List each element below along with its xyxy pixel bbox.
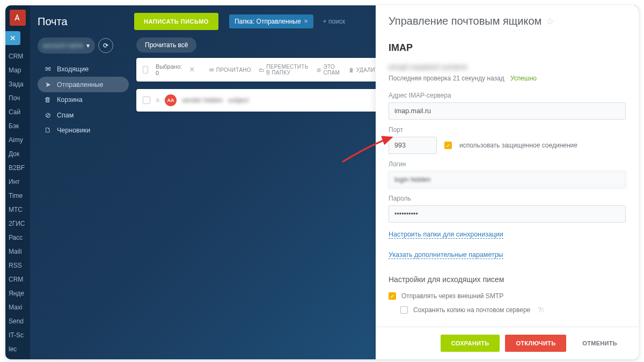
rail-item[interactable]: Док — [5, 147, 30, 161]
outgoing-heading: Настройки для исходящих писем — [389, 275, 626, 284]
login-input[interactable] — [389, 171, 626, 188]
port-input[interactable] — [389, 137, 437, 154]
panel-title: Управление почтовым ящиком — [389, 15, 541, 27]
section-heading: IMAP — [389, 42, 626, 54]
secure-connection-label: использовать защищенное соединение — [459, 142, 577, 149]
folder-icon: 🗀 — [259, 67, 264, 73]
rail-item[interactable]: CRM — [5, 49, 30, 63]
help-icon[interactable]: ?⃝ — [538, 306, 544, 314]
rail-item[interactable]: МТС — [5, 203, 30, 217]
folder-item[interactable]: ➤Отправленные — [38, 77, 129, 92]
compose-button[interactable]: НАПИСАТЬ ПИСЬМО — [134, 13, 218, 30]
folder-item[interactable]: ⊘Спам — [38, 107, 129, 123]
rail-item[interactable]: Янде — [5, 286, 30, 300]
rail-item[interactable]: RSS — [5, 258, 30, 272]
drag-handle-icon[interactable]: ≡ — [156, 97, 159, 104]
server-label: Адрес IMAP-сервера — [389, 92, 626, 99]
rail-collapse-button[interactable]: ✕ — [5, 31, 20, 45]
rail-item[interactable]: Бэк — [5, 119, 30, 133]
folder-icon: 🗑 — [44, 96, 52, 104]
rail-item[interactable]: Maxi — [5, 300, 30, 314]
folder-icon: ⊘ — [44, 111, 52, 119]
password-input[interactable] — [389, 205, 626, 223]
rail-item[interactable]: Aimy — [5, 133, 30, 147]
rail-item[interactable]: IT-Sc — [5, 328, 30, 342]
mailbox-email-masked: email masked content — [389, 62, 626, 71]
rail-item[interactable]: Maili — [5, 245, 30, 258]
folder-item[interactable]: 🗑Корзина — [38, 92, 129, 107]
account-selector[interactable]: account name ▾ — [38, 38, 95, 54]
mail-sidebar: account name ▾ ⟳ ✉Входящие➤Отправленные🗑… — [38, 38, 129, 138]
rail-item[interactable]: Расс — [5, 231, 30, 245]
folder-tab[interactable]: Папка: Отправленные × — [229, 14, 313, 28]
mark-spam-button[interactable]: ⊘ЭТО СПАМ — [317, 64, 341, 76]
folder-label: Черновики — [57, 127, 90, 134]
folder-icon: ➤ — [44, 80, 52, 88]
folder-tab-label: Папка: Отправленные — [235, 18, 301, 25]
folder-label: Корзина — [57, 96, 83, 104]
rail-item[interactable]: Time — [5, 189, 30, 203]
folder-label: Входящие — [57, 65, 89, 73]
status-badge: Успешно — [510, 75, 537, 82]
folder-item[interactable]: 🗋Черновики — [38, 123, 129, 138]
refresh-button[interactable]: ⟳ — [98, 38, 113, 53]
port-label: Порт — [389, 126, 626, 134]
keep-copy-label: Сохранять копию на почтовом сервере — [413, 306, 530, 314]
account-name-masked: account name — [43, 42, 83, 49]
rail-item[interactable]: Зада — [5, 77, 30, 91]
move-to-folder-button[interactable]: 🗀ПЕРЕМЕСТИТЬ В ПАПКУ — [259, 64, 309, 76]
selected-count: Выбрано: 0 — [156, 63, 182, 76]
read-all-button[interactable]: Прочитать всё — [136, 38, 196, 53]
additional-params-link[interactable]: Указать дополнительные параметры — [389, 251, 503, 259]
secure-connection-checkbox[interactable]: ✓ — [444, 142, 452, 149]
avatar: АА — [165, 94, 177, 106]
folder-label: Отправленные — [57, 81, 103, 88]
rail-item[interactable]: Send — [5, 314, 30, 328]
message-toolbar: Выбрано: 0 × ✉ПРОЧИТАНО 🗀ПЕРЕМЕСТИТЬ В П… — [136, 58, 389, 82]
rail-item[interactable]: Поч — [5, 91, 30, 105]
left-rail: ✕ CRMМарЗадаПочСайБэкAimyДокB2BFИнтTimeМ… — [5, 5, 30, 359]
sync-folders-link[interactable]: Настроить папки для синхронизации — [389, 231, 503, 239]
rail-item[interactable]: B2BF — [5, 161, 30, 175]
trash-icon: 🗑 — [349, 67, 354, 73]
login-label: Логин — [389, 160, 626, 168]
rail-item[interactable]: 2ГИС — [5, 217, 30, 231]
password-label: Пароль — [389, 195, 626, 202]
settings-panel: Управление почтовым ящиком ☆ IMAP email … — [376, 5, 639, 359]
save-button[interactable]: СОХРАНИТЬ — [441, 335, 500, 352]
star-icon[interactable]: ☆ — [546, 16, 554, 27]
message-row[interactable]: ≡ АА sender hidden subject — [136, 89, 389, 112]
message-sender-masked: sender hidden — [182, 97, 223, 104]
rail-item[interactable]: Мар — [5, 63, 30, 77]
imap-server-input[interactable] — [389, 102, 626, 120]
app-logo-icon — [10, 10, 26, 26]
search-placeholder[interactable]: + поиск — [323, 18, 345, 25]
keep-copy-checkbox[interactable] — [400, 306, 408, 314]
folder-label: Спам — [57, 112, 74, 119]
external-smtp-checkbox[interactable]: ✓ — [389, 292, 396, 300]
mark-read-button[interactable]: ✉ПРОЧИТАНО — [209, 67, 251, 73]
ban-icon: ⊘ — [317, 67, 321, 73]
rail-item[interactable]: lec — [5, 342, 30, 356]
page-title: Почта — [38, 16, 129, 28]
disconnect-button[interactable]: ОТКЛЮЧИТЬ — [505, 335, 566, 352]
envelope-open-icon: ✉ — [209, 67, 214, 73]
rail-item[interactable]: CRM — [5, 272, 30, 286]
cancel-button[interactable]: ОТМЕНИТЬ — [572, 335, 628, 352]
folder-icon: 🗋 — [44, 127, 52, 134]
close-icon[interactable]: × — [304, 18, 308, 25]
chevron-down-icon: ▾ — [86, 42, 90, 49]
rail-item[interactable]: Сай — [5, 105, 30, 119]
external-smtp-label: Отправлять через внешний SMTP — [401, 292, 503, 300]
message-subject-masked: subject — [228, 97, 248, 104]
folder-icon: ✉ — [44, 65, 52, 73]
message-checkbox[interactable] — [143, 97, 150, 104]
rail-item[interactable]: Инт — [5, 175, 30, 189]
last-check-line: Последняя проверка 21 секунду назад Успе… — [389, 75, 626, 82]
select-all-checkbox[interactable] — [143, 66, 148, 73]
folder-item[interactable]: ✉Входящие — [38, 61, 129, 77]
clear-selection-icon[interactable]: × — [189, 65, 194, 75]
